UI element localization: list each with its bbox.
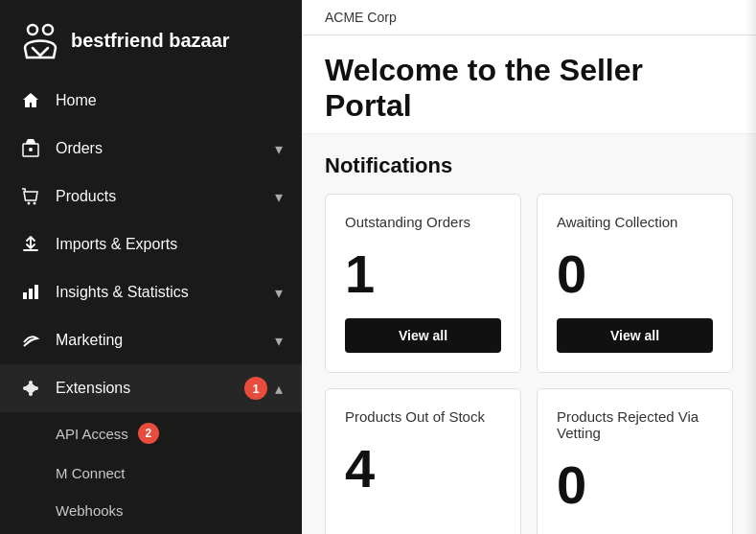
marketing-chevron: ▾ [275, 332, 283, 350]
sidebar-item-marketing[interactable]: Marketing ▾ [0, 316, 302, 364]
notifications-grid: Outstanding Orders 1 View all Awaiting C… [325, 194, 733, 534]
sidebar-item-products[interactable]: Products ▾ [0, 173, 302, 221]
logo-area[interactable]: bestfriend bazaar [0, 0, 302, 77]
products-icon [19, 185, 42, 208]
api-access-label: API Access [56, 426, 128, 442]
notifications-section: Notifications Outstanding Orders 1 View … [302, 134, 756, 534]
svg-point-5 [34, 202, 36, 205]
page-header: Welcome to the Seller Portal [302, 35, 756, 134]
svg-point-4 [28, 202, 31, 205]
svg-rect-6 [23, 292, 27, 299]
sidebar-item-webhooks[interactable]: Webhooks [0, 492, 302, 529]
extensions-label: Extensions [56, 380, 244, 397]
company-name: ACME Corp [325, 10, 397, 25]
sidebar-item-insights[interactable]: Insights & Statistics ▾ [0, 268, 302, 316]
insights-icon [19, 281, 42, 304]
logo-icon [19, 19, 61, 61]
view-all-awaiting-button[interactable]: View all [557, 318, 713, 353]
extensions-submenu: API Access 2 M Connect Webhooks [0, 412, 302, 529]
svg-rect-7 [29, 289, 33, 299]
card-label-2: Products Out of Stock [345, 408, 501, 425]
insights-chevron: ▾ [275, 284, 283, 302]
api-access-badge: 2 [138, 423, 159, 444]
card-label-3: Products Rejected Via Vetting [557, 408, 713, 441]
sidebar-item-m-connect[interactable]: M Connect [0, 454, 302, 492]
svg-point-3 [29, 148, 33, 151]
page-title: Welcome to the Seller Portal [325, 53, 733, 124]
insights-label: Insights & Statistics [56, 284, 275, 301]
card-products-rejected: Products Rejected Via Vetting 0 [537, 388, 733, 534]
svg-point-1 [43, 25, 53, 35]
products-chevron: ▾ [275, 188, 283, 206]
imports-icon [19, 233, 42, 256]
card-label-0: Outstanding Orders [345, 214, 501, 230]
home-icon [19, 89, 42, 112]
card-count-2: 4 [345, 434, 501, 503]
card-outstanding-orders: Outstanding Orders 1 View all [325, 194, 521, 373]
card-count-1: 0 [557, 240, 713, 309]
orders-icon [19, 137, 42, 160]
sidebar-item-extensions[interactable]: Extensions 1 ▴ [0, 364, 302, 412]
card-count-3: 0 [557, 451, 713, 520]
extensions-chevron: ▴ [275, 380, 283, 398]
sidebar-item-imports[interactable]: Imports & Exports [0, 221, 302, 268]
card-awaiting-collection: Awaiting Collection 0 View all [537, 194, 733, 373]
view-all-outstanding-button[interactable]: View all [345, 318, 501, 353]
company-bar: ACME Corp [302, 0, 756, 35]
svg-point-0 [28, 25, 37, 35]
extensions-badge: 1 [244, 377, 267, 400]
card-label-1: Awaiting Collection [557, 214, 713, 230]
orders-label: Orders [56, 140, 275, 157]
card-count-0: 1 [345, 240, 501, 309]
sidebar: bestfriend bazaar Home Orders ▾ Products… [0, 0, 302, 534]
orders-chevron: ▾ [275, 140, 283, 158]
imports-label: Imports & Exports [56, 236, 283, 253]
sidebar-item-home[interactable]: Home [0, 77, 302, 125]
extensions-icon [19, 377, 42, 400]
products-label: Products [56, 188, 275, 205]
main-content: ACME Corp Welcome to the Seller Portal N… [302, 0, 756, 534]
svg-rect-8 [34, 285, 38, 299]
m-connect-label: M Connect [56, 465, 126, 481]
sidebar-item-api-access[interactable]: API Access 2 [0, 412, 302, 454]
home-label: Home [56, 92, 283, 109]
logo-text: bestfriend bazaar [71, 29, 230, 52]
sidebar-item-orders[interactable]: Orders ▾ [0, 125, 302, 173]
marketing-label: Marketing [56, 332, 275, 349]
notifications-heading: Notifications [325, 153, 733, 178]
card-products-out-of-stock: Products Out of Stock 4 [325, 388, 521, 534]
marketing-icon [19, 329, 42, 352]
webhooks-label: Webhooks [56, 502, 124, 519]
